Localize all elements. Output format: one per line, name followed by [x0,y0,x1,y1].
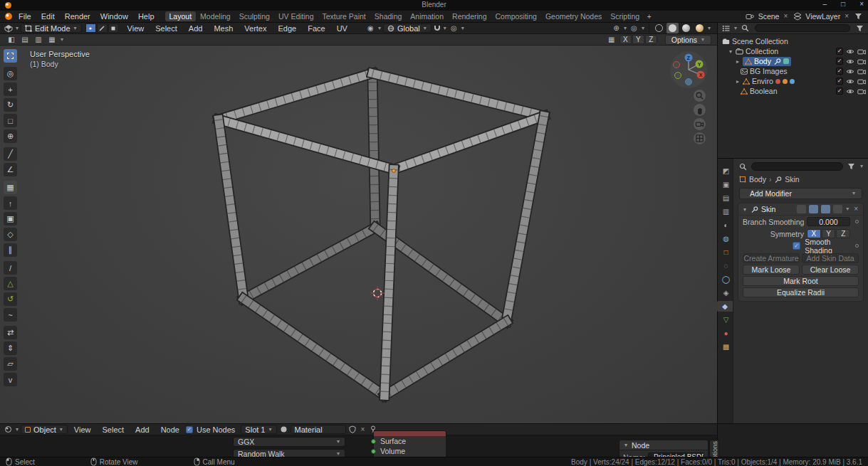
menu-window[interactable]: Window [95,12,133,21]
hide-eye-icon[interactable] [846,68,854,75]
menu-help[interactable]: Help [133,12,160,21]
snap-magnet-icon[interactable] [434,26,440,31]
perspective-toggle-button[interactable] [694,132,706,144]
outliner-editor-type-button[interactable] [721,23,731,33]
tool-poly-build[interactable]: △ [4,277,17,290]
exclude-checkbox[interactable]: ✓ [836,48,843,55]
add-workspace-button[interactable]: + [644,11,654,21]
tool-extrude-region[interactable]: ↑ [4,196,17,210]
menu-face[interactable]: Face [303,24,330,33]
tool-bevel[interactable]: ◇ [4,228,17,241]
app-menu-button[interactable] [3,11,14,21]
tool-move[interactable]: + [4,83,17,96]
mode-dropdown[interactable]: Edit Mode ▾ [21,23,82,33]
properties-tab-texture[interactable]: ▩ [719,341,733,352]
panel-expand-icon[interactable]: ▾ [623,442,629,448]
clear-loose-button[interactable]: Clear Loose [802,265,859,275]
filter-icon[interactable] [853,11,864,21]
tool-spin[interactable]: ↺ [4,292,17,306]
tool-rip-region[interactable]: v [4,373,17,386]
hide-eye-icon[interactable] [846,78,854,85]
tool-cursor[interactable]: ◎ [4,67,17,80]
outliner-row-body[interactable]: ▸ Body ✓ [718,56,868,66]
tool-settings-icon[interactable]: ◧ [6,35,17,45]
properties-tab-physics[interactable]: ◯ [719,274,733,285]
mark-root-button[interactable]: Mark Root [743,276,859,286]
outliner-filter-icon[interactable] [854,23,865,33]
tool-transform[interactable]: ⊕ [4,129,17,143]
unlink-view-layer-button[interactable]: × [843,13,850,20]
navigation-gizmo[interactable]: Z Y X [669,50,708,90]
tab-scripting[interactable]: Scripting [606,11,644,21]
tab-compositing[interactable]: Compositing [491,11,541,21]
hide-eye-icon[interactable] [846,58,854,65]
expand-icon[interactable]: ▾ [728,48,733,55]
menu-select[interactable]: Select [150,24,182,33]
options-dropdown[interactable]: Options ▾ [665,35,711,45]
unlink-material-button[interactable]: × [360,426,367,433]
show-in-viewport-toggle[interactable] [821,205,830,213]
outliner-row-enviro[interactable]: ▸ Enviro ✓ [718,76,868,86]
shading-solid-button[interactable] [666,23,679,33]
branch-smoothing-field[interactable]: 0.000 [807,217,850,226]
tool-rotate[interactable]: ↻ [4,98,17,112]
properties-tab-modifiers[interactable]: ◆ [717,301,733,312]
subsurface-method-dropdown[interactable]: Random Walk ▾ [233,449,345,457]
menu-mesh[interactable]: Mesh [209,24,238,33]
tool-smooth[interactable]: ~ [4,308,17,322]
menu-render[interactable]: Render [60,12,95,21]
menu-uv[interactable]: UV [332,24,352,33]
show-overlays-toggle[interactable]: ◎ [629,23,639,33]
tool-shrink-fatten[interactable]: ⇕ [4,341,17,355]
mark-loose-button[interactable]: Mark Loose [743,265,800,275]
shading-wireframe-button[interactable] [653,23,665,33]
shading-material-button[interactable] [680,23,692,33]
exclude-checkbox[interactable]: ✓ [836,88,843,95]
tab-animation[interactable]: Animation [406,11,448,21]
exclude-checkbox[interactable]: ✓ [836,58,843,65]
hide-eye-icon[interactable] [846,88,854,95]
tab-uv-editing[interactable]: UV Editing [274,11,318,21]
outliner-row-boolean[interactable]: Boolean ✓ [718,86,868,96]
shader-type-dropdown[interactable]: Object ▾ [21,425,68,434]
outliner-row-collection[interactable]: ▾ Collection ✓ [718,46,868,56]
tab-texture-paint[interactable]: Texture Paint [318,11,370,21]
show-on-cage-toggle[interactable] [797,205,806,213]
menu-select[interactable]: Select [97,425,129,434]
editor-type-button[interactable] [3,23,14,33]
mirror-y-button[interactable]: Y [632,35,644,44]
browse-scene-icon[interactable] [745,11,755,21]
menu-edit[interactable]: Edit [36,12,60,21]
node-header[interactable] [374,431,446,436]
close-button[interactable]: × [859,0,864,8]
tool-shear[interactable]: ▱ [4,357,17,371]
properties-tab-scene[interactable]: ◐ [719,220,733,231]
properties-search-input[interactable] [751,162,843,171]
remove-modifier-button[interactable]: × [852,206,859,213]
node-name-field[interactable]: Principled BSDF [648,452,704,457]
tool-knife[interactable]: / [4,261,17,275]
unlink-scene-button[interactable]: × [782,13,789,20]
shading-rendered-button[interactable] [694,23,706,33]
orientation-dropdown[interactable]: Global ▾ [383,23,432,33]
tab-rendering[interactable]: Rendering [448,11,491,21]
properties-tab-tool[interactable]: ◩ [719,166,733,176]
disable-in-renders-camera-icon[interactable] [857,88,866,95]
minimize-button[interactable]: – [823,0,827,8]
modifier-name-field[interactable]: Skin [761,205,775,213]
material-name-field[interactable]: Material [291,425,346,434]
animate-decorator-icon[interactable] [855,220,859,223]
panel-expand-icon[interactable]: ▾ [742,206,748,213]
tab-shading[interactable]: Shading [370,11,407,21]
tool-add-cube[interactable]: ▦ [4,181,17,194]
properties-filter-icon[interactable] [846,161,857,171]
viewport-canvas[interactable] [0,46,717,423]
properties-tab-particles[interactable]: ◌ [719,260,733,271]
tool-inset-faces[interactable]: ▣ [4,212,17,226]
tab-layout[interactable]: Layout [165,11,197,21]
axis-neg-y-ball[interactable] [675,73,681,79]
properties-tab-material[interactable]: ● [719,328,733,339]
breadcrumb-object[interactable]: Body [749,175,766,184]
tool-loop-cut[interactable]: ∥ [4,243,17,257]
exclude-checkbox[interactable]: ✓ [836,78,843,85]
